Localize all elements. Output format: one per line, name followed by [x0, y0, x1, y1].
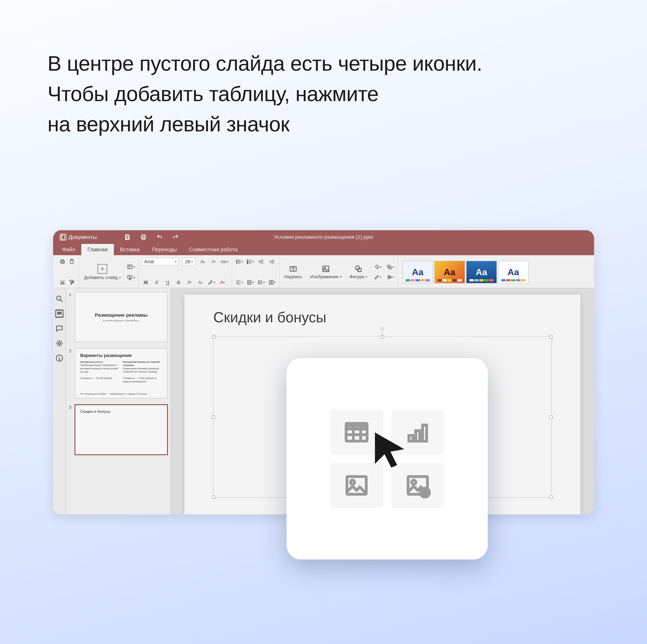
bullets-button[interactable]: ▾: [235, 258, 243, 266]
svg-rect-1: [126, 235, 129, 236]
share-rail-button[interactable]: [55, 339, 64, 347]
indent-dec-button[interactable]: [257, 258, 265, 266]
tab-insert[interactable]: Вставка: [114, 244, 146, 255]
ribbon-group-themes: Aa Aa Aa Aa: [398, 257, 529, 288]
ribbon-group-font: Arial▾ 28▾ A▴ A▾ Aa▾ Ж К Ч S A² A₂ ▾ A▾: [139, 257, 232, 288]
textbox-button[interactable]: Надпись: [283, 258, 304, 286]
callout-card: [287, 358, 488, 560]
svg-rect-23: [272, 280, 273, 284]
increase-font-button[interactable]: A▴: [199, 258, 207, 266]
outline-color-button[interactable]: ▾: [374, 273, 381, 281]
insert-icon-grid: [330, 410, 444, 508]
redo-button[interactable]: [172, 234, 179, 240]
svg-rect-32: [57, 311, 62, 315]
svg-text:3: 3: [247, 262, 248, 264]
picture-icon: [344, 473, 369, 498]
instruction-line3: на верхний левый значок: [48, 109, 482, 139]
resize-handle[interactable]: [212, 496, 215, 499]
theme-3[interactable]: Aa: [466, 261, 497, 283]
line-spacing-button[interactable]: ▾: [257, 279, 265, 286]
font-color-button[interactable]: A▾: [218, 279, 226, 286]
svg-rect-5: [142, 238, 145, 239]
resize-handle[interactable]: [550, 335, 553, 339]
copy-button[interactable]: [59, 258, 66, 266]
fill-color-button[interactable]: ▾: [374, 263, 381, 271]
svg-rect-0: [61, 235, 65, 239]
table-icon: [344, 419, 369, 445]
insert-online-picture-button[interactable]: [391, 463, 444, 508]
ribbon-group-clipboard: [55, 257, 79, 288]
insert-table-button[interactable]: [330, 410, 383, 455]
slides-rail-button[interactable]: [55, 309, 64, 318]
svg-rect-7: [61, 260, 63, 263]
svg-point-16: [236, 261, 237, 262]
cut-button[interactable]: [59, 279, 66, 286]
save-button[interactable]: [124, 234, 131, 240]
brand[interactable]: Документы: [53, 234, 97, 240]
theme-2[interactable]: Aa: [434, 261, 465, 283]
theme-4[interactable]: Aa: [498, 261, 529, 283]
indent-inc-button[interactable]: [268, 258, 276, 266]
svg-rect-36: [346, 423, 367, 427]
font-size-select[interactable]: 28▾: [182, 258, 196, 266]
thumbnail-3[interactable]: 3 Скидки и бонусы: [69, 405, 167, 455]
align-vert-button[interactable]: ▾: [246, 279, 254, 286]
resize-handle[interactable]: [212, 335, 215, 339]
ribbon-group-slides: + Добавить слайд▾ ▾ ▾: [79, 257, 139, 288]
tab-collaboration[interactable]: Совместная работа: [183, 244, 244, 255]
comments-rail-button[interactable]: [55, 324, 64, 333]
start-slideshow-button[interactable]: ▾: [127, 274, 135, 281]
change-case-button[interactable]: Aa▾: [221, 258, 228, 266]
theme-1[interactable]: Aa: [403, 261, 433, 283]
resize-handle[interactable]: [550, 415, 553, 419]
font-name-select[interactable]: Arial▾: [142, 258, 179, 266]
brand-icon: [60, 234, 66, 240]
shape-button[interactable]: Фигура▾: [348, 258, 369, 286]
slide-title[interactable]: Скидки и бонусы: [213, 309, 551, 326]
resize-handle[interactable]: [381, 335, 384, 339]
svg-point-15: [236, 260, 237, 261]
ribbon: + Добавить слайд▾ ▾ ▾ Arial▾ 28▾ A▴ A▾ A…: [53, 255, 594, 288]
slide-thumbnails: 1 Размещение рекламы в онлайн-журнале «Т…: [66, 288, 171, 514]
resize-handle[interactable]: [212, 415, 215, 419]
format-painter-button[interactable]: [68, 279, 76, 286]
strike-button[interactable]: S: [175, 279, 183, 286]
decrease-font-button[interactable]: A▾: [210, 258, 217, 266]
insert-picture-button[interactable]: [330, 463, 383, 508]
bold-button[interactable]: Ж: [142, 279, 150, 286]
italic-button[interactable]: К: [153, 279, 160, 286]
svg-point-38: [351, 480, 355, 484]
undo-button[interactable]: [156, 234, 163, 240]
instruction-line2: Чтобы добавить таблицу, нажмите: [48, 79, 482, 109]
svg-point-40: [412, 480, 416, 484]
superscript-button[interactable]: A²: [186, 279, 193, 286]
thumbnail-2[interactable]: 2 Варианты размещения Экспертная статья …: [69, 348, 167, 398]
tab-file[interactable]: Файл: [56, 244, 81, 255]
rotate-handle[interactable]: [381, 327, 384, 330]
instruction-text: В центре пустого слайда есть четыре икон…: [48, 48, 482, 139]
tab-home[interactable]: Главная: [81, 244, 114, 255]
arrange-button[interactable]: ▾: [386, 263, 394, 271]
tab-transitions[interactable]: Переходы: [146, 244, 183, 255]
svg-rect-12: [70, 280, 73, 282]
image-button[interactable]: Изображение▾: [309, 258, 343, 286]
info-rail-button[interactable]: [55, 354, 64, 362]
align-objects-button[interactable]: ▾: [386, 273, 394, 281]
add-slide-button[interactable]: + Добавить слайд▾: [82, 258, 122, 286]
underline-button[interactable]: Ч: [164, 279, 171, 286]
left-rail: [53, 288, 66, 514]
columns-button[interactable]: ▾: [268, 279, 276, 286]
highlight-button[interactable]: ▾: [208, 279, 215, 286]
thumbnail-1[interactable]: 1 Размещение рекламы в онлайн-журнале «Т…: [69, 292, 167, 342]
paste-button[interactable]: [68, 258, 76, 266]
resize-handle[interactable]: [550, 496, 553, 499]
print-button[interactable]: [140, 234, 147, 240]
subscript-button[interactable]: A₂: [197, 279, 204, 286]
insert-chart-button[interactable]: [391, 410, 444, 455]
search-rail-button[interactable]: [55, 295, 64, 303]
numbering-button[interactable]: 123▾: [246, 258, 254, 266]
layout-button[interactable]: ▾: [127, 263, 135, 271]
align-horiz-button[interactable]: ▾: [235, 279, 243, 286]
quick-access-toolbar: [124, 234, 179, 240]
online-picture-icon: [405, 473, 431, 498]
